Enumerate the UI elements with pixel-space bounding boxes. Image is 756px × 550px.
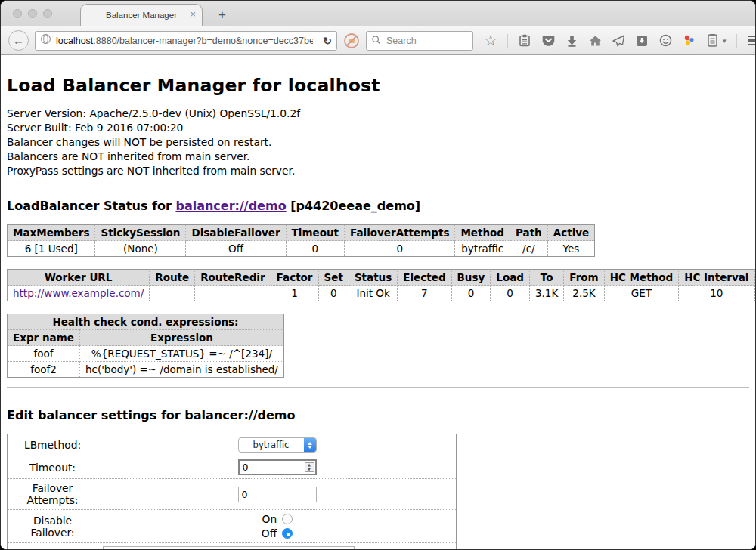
minimize-window-button[interactable] (28, 9, 37, 18)
search-input[interactable] (385, 35, 460, 47)
server-version-line: Server Version: Apache/2.5.0-dev (Unix) … (7, 107, 749, 121)
col-set: Set (318, 270, 349, 286)
col-expr-name: Expr name (8, 330, 80, 346)
col-stickysession: StickySession (95, 225, 186, 241)
radio-on-label: On (262, 513, 277, 525)
worker-row: http://www.example.com/ 1 0 Init Ok 7 0 … (8, 286, 756, 301)
health-check-table: Health check cond. expressions: Expr nam… (7, 314, 284, 378)
col-timeout: Timeout (286, 225, 344, 241)
cell-expression-foof2: hc('body') =~ /domain is established/ (79, 362, 284, 378)
select-chevrons-icon (304, 438, 316, 452)
toolbar-icons: ☆ (484, 34, 756, 48)
col-worker-url: Worker URL (8, 270, 150, 286)
disable-failover-label: Disable Failover: (8, 510, 98, 543)
col-factor: Factor (271, 270, 318, 286)
number-spinner-icon[interactable]: ▲▼ (305, 462, 314, 472)
col-expression: Expression (79, 330, 284, 346)
content-blocked-icon[interactable] (343, 32, 360, 49)
col-passes: Passes (754, 270, 755, 286)
pocket-icon[interactable] (541, 34, 555, 48)
cell-elected: 7 (398, 286, 451, 301)
url-domain: localhost (56, 36, 93, 46)
hc-header-row: Expr name Expression (8, 330, 284, 346)
back-button[interactable]: ← (8, 30, 29, 51)
col-active: Active (547, 225, 595, 241)
dropdown-caret-icon[interactable]: ▾ (723, 37, 727, 45)
persist-notice-line: Balancer changes will NOT be persisted o… (7, 135, 749, 150)
col-path: Path (510, 225, 548, 241)
page-title: Load Balancer Manager for localhost (7, 75, 749, 96)
url-path: :8880/balancer-manager?b=demo&nonce=decc… (93, 36, 313, 46)
cell-busy: 0 (451, 286, 491, 301)
cell-path: /c/ (510, 241, 548, 257)
radio-off-label: Off (262, 527, 277, 539)
cell-stickysession: (None) (95, 241, 186, 257)
browser-titlebar: Balancer Manager × + (1, 1, 755, 26)
extension-dots-icon[interactable] (682, 34, 696, 48)
new-tab-button[interactable]: + (214, 8, 231, 23)
bookmark-star-icon[interactable]: ☆ (484, 34, 497, 48)
col-elected: Elected (398, 270, 451, 286)
lbmethod-selected-value: bytraffic (239, 440, 304, 450)
tab-close-icon[interactable]: × (190, 9, 196, 19)
cell-route (150, 286, 195, 301)
page-content: Load Balancer Manager for localhost Serv… (1, 55, 755, 549)
col-from: From (564, 270, 604, 286)
cell-failoverattempts: 0 (345, 241, 455, 257)
disable-failover-row: Disable Failover: On Off (8, 510, 457, 543)
server-info: Server Version: Apache/2.5.0-dev (Unix) … (7, 107, 749, 178)
feedback-smiley-icon[interactable] (658, 34, 672, 48)
tab-balancer-manager[interactable]: Balancer Manager × (80, 4, 203, 26)
balancer-status-row: 6 [1 Used] (None) Off 0 0 bytraffic /c/ … (8, 241, 595, 257)
search-icon (371, 34, 381, 48)
worker-url-link[interactable]: http://www.example.com/ (13, 287, 144, 299)
cell-factor: 1 (271, 286, 318, 301)
status-heading-suffix: [p4420eeae_demo] (287, 199, 421, 213)
timeout-label: Timeout: (8, 456, 98, 479)
zoom-window-button[interactable] (43, 9, 52, 18)
cell-load: 0 (491, 286, 530, 301)
cell-from: 2.5K (564, 286, 604, 301)
col-load: Load (491, 270, 530, 286)
cell-hc-method: GET (604, 286, 679, 301)
back-arrow-icon: ← (13, 34, 24, 47)
disable-failover-off-radio[interactable] (282, 528, 293, 539)
sticky-session-input[interactable] (103, 546, 355, 549)
proxypass-notice-line: ProxyPass settings are NOT inherited fro… (7, 164, 749, 178)
cell-passes: 1 (0) (754, 286, 755, 301)
tab-title: Balancer Manager (106, 11, 177, 20)
status-heading-prefix: LoadBalancer Status for (7, 199, 175, 213)
downloads-icon[interactable] (565, 34, 578, 48)
lbmethod-label: LBmethod: (8, 434, 98, 456)
lbmethod-select[interactable]: bytraffic (238, 437, 317, 453)
hc-title-row: Health check cond. expressions: (8, 314, 284, 330)
url-bar[interactable]: localhost:8880/balancer-manager?b=demo&n… (35, 31, 337, 51)
home-icon[interactable] (588, 34, 602, 48)
col-route: Route (150, 270, 195, 286)
browser-window: Balancer Manager × + ← localhost:8880/ba… (0, 0, 756, 550)
reload-icon[interactable]: ↻ (323, 35, 332, 47)
menu-icon[interactable] (747, 34, 756, 48)
search-bar[interactable] (366, 31, 473, 51)
close-window-button[interactable] (13, 9, 22, 18)
cell-to: 3.1K (529, 286, 563, 301)
toolbar-divider-2 (736, 34, 737, 48)
download-panel-icon[interactable] (635, 34, 649, 48)
balancer-status-table: MaxMembers StickySession DisableFailover… (7, 224, 595, 257)
col-method: Method (455, 225, 510, 241)
sticky-session-hint: (Use '-' to delete) (361, 548, 451, 550)
worker-table: Worker URL Route RouteRedir Factor Set S… (7, 269, 755, 301)
col-status: Status (349, 270, 397, 286)
failover-attempts-input[interactable] (238, 487, 317, 502)
section-divider (7, 387, 749, 388)
cell-hc-interval: 10 (679, 286, 754, 301)
col-hc-method: HC Method (604, 270, 679, 286)
sidebar-notes-icon[interactable] (705, 34, 719, 48)
cell-disablefailover: Off (186, 241, 286, 257)
urlbar-divider (318, 34, 318, 48)
lbmethod-row: LBmethod: bytraffic (8, 434, 457, 456)
reading-list-icon[interactable] (518, 34, 531, 48)
balancer-demo-link[interactable]: balancer://demo (175, 199, 286, 213)
disable-failover-on-radio[interactable] (282, 514, 293, 524)
send-tab-icon[interactable] (612, 34, 625, 48)
